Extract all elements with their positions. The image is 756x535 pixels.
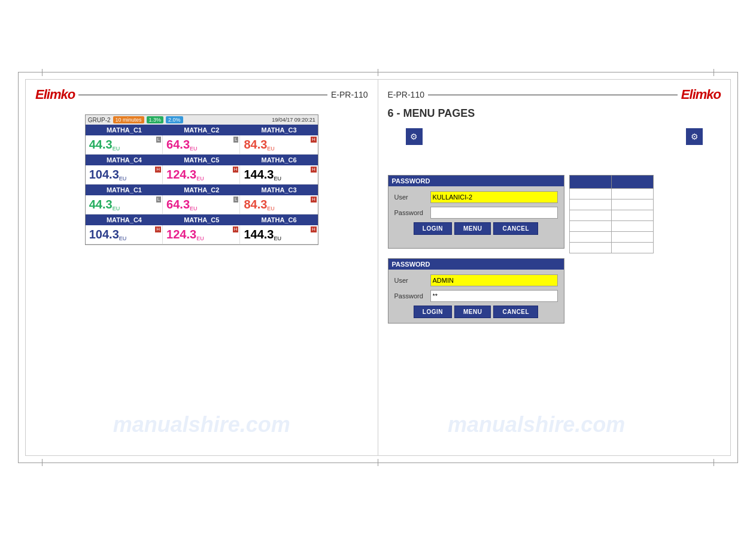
col-header-2-2: MATHA_C5: [163, 155, 240, 165]
screen-section-1: MATHA_C1 MATHA_C2 MATHA_C3 44.3EU L 64.3…: [86, 125, 318, 155]
dialog1-title: PASSWORD: [388, 176, 564, 186]
badge-h-3-3: H: [311, 197, 317, 202]
gear-icon-1[interactable]: ⚙: [406, 128, 423, 145]
content-area: Elimko E-PR-110 GRUP-2 10 minutes 1.3% 2…: [25, 79, 731, 456]
watermark-right: manualshire.com: [448, 412, 625, 437]
val-cell-2-1: 104.3EU H: [86, 165, 163, 184]
right-panel-header: E-PR-110 Elimko: [388, 87, 721, 102]
dialog2-title: PASSWORD: [388, 259, 564, 270]
left-panel: Elimko E-PR-110 GRUP-2 10 minutes 1.3% 2…: [26, 80, 378, 455]
value-1-2: 64.3EU: [166, 138, 197, 152]
badge-h-4-3: H: [311, 226, 317, 232]
val-cell-2-2: 124.3EU H: [163, 165, 240, 184]
dialog2-password-label: Password: [394, 292, 430, 300]
dialog1-password-input[interactable]: [430, 207, 558, 219]
left-panel-header: Elimko E-PR-110: [35, 87, 368, 102]
dialog2-body: User Password LOGIN MENU CANCEL: [388, 270, 564, 323]
dialog1-row: PASSWORD User Password LOGIN MENU CANCEL: [388, 175, 721, 253]
gear-icons-row: ⚙ ⚙: [388, 128, 721, 145]
dialog2-user-input[interactable]: [430, 274, 558, 286]
dialog2-login-button[interactable]: LOGIN: [414, 306, 452, 318]
elimko-logo-left: Elimko: [35, 87, 75, 102]
dialog1-cancel-button[interactable]: CANCEL: [493, 222, 538, 235]
dialog1-user-input[interactable]: [430, 191, 558, 203]
dialog1-login-button[interactable]: LOGIN: [414, 222, 452, 235]
value-3-3: 84.3EU: [244, 198, 274, 211]
val-cell-3-2: 64.3EU L: [163, 195, 240, 214]
password-dialog-2: PASSWORD User Password LOGIN MENU CANCEL: [388, 258, 564, 324]
val-cell-4-1: 104.3EU H: [86, 225, 163, 244]
col-header-1-1: MATHA_C1: [86, 125, 163, 135]
badge-h-4-1: H: [155, 226, 161, 232]
badge-h-2-3: H: [311, 167, 317, 173]
badge-minutes: 10 minutes: [113, 116, 144, 123]
val-cell-3-3: 84.3EU H: [240, 195, 317, 214]
dialog1-body: User Password LOGIN MENU CANCEL: [388, 186, 564, 240]
model-label-left: E-PR-110: [331, 90, 368, 99]
dialog2-menu-button[interactable]: MENU: [454, 306, 491, 318]
badge-l-1-2: L: [233, 137, 238, 143]
val-cell-4-2: 124.3EU H: [163, 225, 240, 244]
screen-section-2: MATHA_C4 MATHA_C5 MATHA_C6 104.3EU H 124…: [86, 155, 318, 185]
password-dialog-1: PASSWORD User Password LOGIN MENU CANCEL: [388, 175, 564, 249]
badge-h-2-1: H: [155, 167, 161, 173]
value-3-2: 64.3EU: [166, 198, 197, 211]
badge-l-3-1: L: [156, 197, 161, 202]
dialog1-buttons: LOGIN MENU CANCEL: [394, 222, 558, 235]
dialog1-password-label: Password: [394, 209, 430, 216]
dialog2-password-input[interactable]: [430, 290, 558, 302]
col-header-2-1: MATHA_C4: [86, 155, 163, 165]
dialog1-user-row: User: [394, 191, 558, 203]
menu-pages-title: 6 - MENU PAGES: [388, 107, 721, 120]
col-header-1-3: MATHA_C3: [240, 125, 317, 135]
group-label: GRUP-2: [88, 117, 111, 123]
model-label-right: E-PR-110: [388, 90, 424, 99]
value-1-3: 84.3EU: [244, 138, 274, 152]
value-4-3: 144.3EU: [244, 228, 281, 241]
val-cell-3-1: 44.3EU L: [86, 195, 163, 214]
value-3-1: 44.3EU: [89, 198, 120, 211]
dialog2-user-label: User: [394, 277, 430, 284]
col-header-1-2: MATHA_C2: [163, 125, 240, 135]
badge-pct2: 2.0%: [166, 116, 183, 123]
value-2-1: 104.3EU: [89, 168, 127, 182]
dialog2-password-row: Password: [394, 290, 558, 302]
dialog2-buttons: LOGIN MENU CANCEL: [394, 306, 558, 318]
screen-section-3: MATHA_C1 MATHA_C2 MATHA_C3 44.3EU L 64.3…: [86, 185, 318, 214]
col-header-3-2: MATHA_C2: [163, 185, 240, 195]
value-4-2: 124.3EU: [166, 228, 204, 241]
value-2-3: 144.3EU: [244, 168, 281, 182]
dialog1-password-row: Password: [394, 207, 558, 219]
col-header-3-3: MATHA_C3: [240, 185, 317, 195]
val-cell-2-3: 144.3EU H: [240, 165, 317, 184]
col-header-4-1: MATHA_C4: [86, 214, 163, 225]
badge-l-3-2: L: [233, 197, 238, 202]
header-line-right: [428, 95, 678, 95]
dialog2-cancel-button[interactable]: CANCEL: [493, 306, 538, 318]
col-header-2-3: MATHA_C6: [240, 155, 317, 165]
col-header-3-1: MATHA_C1: [86, 185, 163, 195]
right-table-1: [569, 175, 654, 253]
header-line-left: [78, 95, 327, 95]
value-4-1: 104.3EU: [89, 228, 127, 241]
device-screen: GRUP-2 10 minutes 1.3% 2.0% 19/04/17 09:…: [85, 114, 318, 245]
elimko-logo-right: Elimko: [681, 87, 721, 102]
value-2-2: 124.3EU: [166, 168, 204, 182]
dialog1-user-label: User: [394, 194, 430, 201]
screen-topbar: GRUP-2 10 minutes 1.3% 2.0% 19/04/17 09:…: [86, 115, 318, 125]
badge-h-2-2: H: [233, 167, 239, 173]
dialog1-menu-button[interactable]: MENU: [454, 222, 491, 235]
badge-pct1: 1.3%: [147, 116, 164, 123]
dialog2-user-row: User: [394, 274, 558, 286]
val-cell-1-3: 84.3EU H: [240, 135, 317, 154]
badge-h-4-2: H: [233, 226, 239, 232]
right-panel: E-PR-110 Elimko 6 - MENU PAGES ⚙ ⚙ PASSW…: [378, 80, 731, 455]
col-header-4-2: MATHA_C5: [163, 214, 240, 225]
screen-section-4: MATHA_C4 MATHA_C5 MATHA_C6 104.3EU H 124…: [86, 214, 318, 244]
badge-h-1-3: H: [311, 137, 317, 143]
gear-icon-2[interactable]: ⚙: [686, 128, 703, 145]
dialog2-row: PASSWORD User Password LOGIN MENU CANCEL: [388, 258, 721, 328]
val-cell-1-2: 64.3EU L: [163, 135, 240, 154]
col-header-4-3: MATHA_C6: [240, 214, 317, 225]
watermark-left: manualshire.com: [113, 412, 290, 437]
